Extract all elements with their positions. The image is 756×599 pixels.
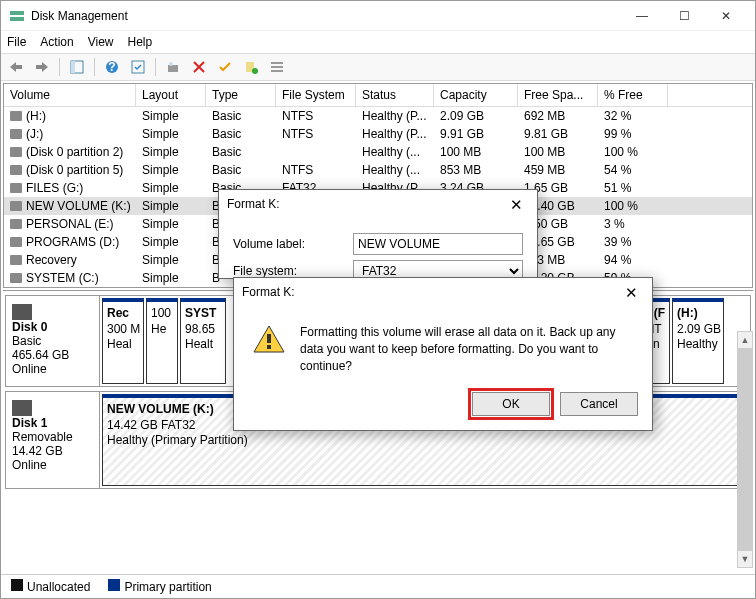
menu-help[interactable]: Help <box>128 35 153 49</box>
column-layout[interactable]: Layout <box>136 84 206 106</box>
volume-icon <box>10 165 22 175</box>
volume-name: Recovery <box>26 253 77 267</box>
svg-rect-13 <box>271 70 283 72</box>
forward-button[interactable] <box>31 56 53 78</box>
vertical-scrollbar[interactable]: ▲ ▼ <box>737 331 753 568</box>
volume-label-label: Volume label: <box>233 237 353 251</box>
confirm-dialog-title: Format K: ✕ <box>234 278 652 306</box>
volume-icon <box>10 219 22 229</box>
column-capacity[interactable]: Capacity <box>434 84 518 106</box>
format-dialog-close-button[interactable]: ✕ <box>504 195 529 214</box>
volume-icon <box>10 183 22 193</box>
list-button[interactable] <box>266 56 288 78</box>
volume-icon <box>10 147 22 157</box>
file-system-label: File system: <box>233 264 353 278</box>
volume-icon <box>10 273 22 283</box>
volume-name: FILES (G:) <box>26 181 83 195</box>
disk-icon <box>12 400 32 416</box>
menu-action[interactable]: Action <box>40 35 73 49</box>
volume-icon <box>10 111 22 121</box>
volume-name: (J:) <box>26 127 43 141</box>
disk-icon <box>12 304 32 320</box>
volume-name: (H:) <box>26 109 46 123</box>
menu-view[interactable]: View <box>88 35 114 49</box>
format-dialog: Format K: ✕ Volume label: File system: F… <box>218 189 538 279</box>
volume-name: PROGRAMS (D:) <box>26 235 119 249</box>
volume-label-input[interactable] <box>353 233 523 255</box>
scroll-up-button[interactable]: ▲ <box>738 332 752 348</box>
warning-icon <box>252 324 286 354</box>
legend: Unallocated Primary partition <box>1 574 755 598</box>
window-title: Disk Management <box>31 9 621 23</box>
confirm-dialog: Format K: ✕ Formatting this volume will … <box>233 277 653 431</box>
disk-0-partition[interactable]: 100He <box>146 298 178 384</box>
svg-text:?: ? <box>108 60 115 74</box>
column-filesystem[interactable]: File System <box>276 84 356 106</box>
new-button[interactable] <box>240 56 262 78</box>
volume-icon <box>10 129 22 139</box>
maximize-button[interactable]: ☐ <box>663 2 705 30</box>
menu-bar: File Action View Help <box>1 31 755 53</box>
volume-row[interactable]: (Disk 0 partition 5)SimpleBasicNTFSHealt… <box>4 161 752 179</box>
svg-rect-11 <box>271 62 283 64</box>
volume-list-header: Volume Layout Type File System Status Ca… <box>4 84 752 107</box>
window-titlebar: Disk Management — ☐ ✕ <box>1 1 755 31</box>
volume-name: PERSONAL (E:) <box>26 217 114 231</box>
ok-button[interactable]: OK <box>472 392 550 416</box>
legend-unallocated: Unallocated <box>11 579 90 594</box>
column-free-space[interactable]: Free Spa... <box>518 84 598 106</box>
volume-icon <box>10 237 22 247</box>
disk-0-label[interactable]: Disk 0 Basic 465.64 GB Online <box>6 296 100 386</box>
help-button[interactable]: ? <box>101 56 123 78</box>
svg-rect-14 <box>267 334 271 343</box>
svg-rect-1 <box>10 17 24 21</box>
legend-primary: Primary partition <box>108 579 211 594</box>
delete-button[interactable] <box>188 56 210 78</box>
menu-file[interactable]: File <box>7 35 26 49</box>
format-dialog-title: Format K: ✕ <box>219 190 537 218</box>
confirm-dialog-close-button[interactable]: ✕ <box>619 283 644 302</box>
minimize-button[interactable]: — <box>621 2 663 30</box>
volume-row[interactable]: (H:)SimpleBasicNTFSHealthy (P...2.09 GB6… <box>4 107 752 125</box>
column-type[interactable]: Type <box>206 84 276 106</box>
svg-rect-3 <box>71 61 75 73</box>
svg-point-10 <box>252 68 258 74</box>
svg-point-8 <box>169 62 173 66</box>
properties-button[interactable] <box>162 56 184 78</box>
volume-name: (Disk 0 partition 5) <box>26 163 123 177</box>
disk-0-partition[interactable]: Rec300 MHeal <box>102 298 144 384</box>
app-icon <box>9 8 25 24</box>
volume-icon <box>10 255 22 265</box>
disk-0-partition[interactable]: SYST98.65Healt <box>180 298 226 384</box>
column-status[interactable]: Status <box>356 84 434 106</box>
column-volume[interactable]: Volume <box>4 84 136 106</box>
volume-name: (Disk 0 partition 2) <box>26 145 123 159</box>
scroll-down-button[interactable]: ▼ <box>738 551 752 567</box>
close-button[interactable]: ✕ <box>705 2 747 30</box>
svg-rect-12 <box>271 66 283 68</box>
confirm-message: Formatting this volume will erase all da… <box>300 324 620 374</box>
check-button[interactable] <box>214 56 236 78</box>
disk-1-label[interactable]: Disk 1 Removable 14.42 GB Online <box>6 392 100 488</box>
volume-name: NEW VOLUME (K:) <box>26 199 131 213</box>
column-percent-free[interactable]: % Free <box>598 84 668 106</box>
refresh-button[interactable] <box>127 56 149 78</box>
svg-rect-7 <box>168 65 178 72</box>
toolbar: ? <box>1 53 755 81</box>
disk-0-partition[interactable]: (H:)2.09 GBHealthy <box>672 298 724 384</box>
back-button[interactable] <box>5 56 27 78</box>
svg-rect-0 <box>10 11 24 15</box>
scroll-thumb[interactable] <box>738 348 752 551</box>
svg-rect-15 <box>267 345 271 349</box>
cancel-button[interactable]: Cancel <box>560 392 638 416</box>
volume-row[interactable]: (Disk 0 partition 2)SimpleBasicHealthy (… <box>4 143 752 161</box>
volume-icon <box>10 201 22 211</box>
volume-name: SYSTEM (C:) <box>26 271 99 285</box>
volume-row[interactable]: (J:)SimpleBasicNTFSHealthy (P...9.91 GB9… <box>4 125 752 143</box>
show-hide-button[interactable] <box>66 56 88 78</box>
